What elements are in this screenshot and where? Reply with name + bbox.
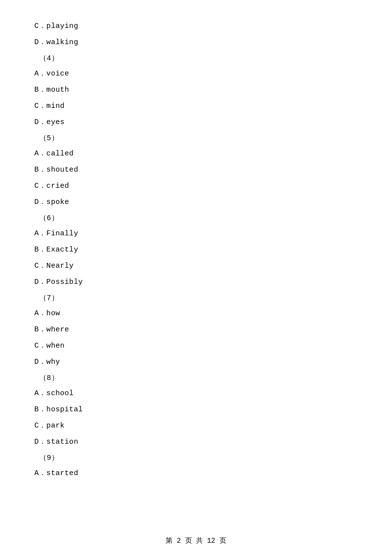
option-b-exactly: B．Exactly: [34, 243, 358, 256]
option-c-park: C．park: [34, 419, 358, 432]
option-b-hospital: B．hospital: [34, 403, 358, 416]
option-b-where: B．where: [34, 323, 358, 336]
question-4-number: （4）: [39, 52, 358, 65]
option-b-mouth: B．mouth: [34, 83, 358, 97]
page-number-text: 第 2 页 共 12 页: [166, 537, 226, 545]
option-a-started: A．started: [34, 467, 358, 480]
page-footer: 第 2 页 共 12 页: [0, 536, 392, 545]
option-a-school: A．school: [34, 387, 358, 400]
option-c-when: C．when: [34, 339, 358, 353]
option-c-nearly: C．Nearly: [34, 259, 358, 273]
question-5-number: （5）: [39, 132, 358, 145]
option-d-walking: D．walking: [34, 36, 358, 49]
option-d-eyes: D．eyes: [34, 116, 358, 129]
option-c-cried: C．cried: [34, 179, 358, 193]
option-d-possibly: D．Possibly: [34, 276, 358, 289]
main-content: C．playing D．walking （4） A．voice B．mouth …: [0, 0, 392, 512]
option-c-playing: C．playing: [34, 20, 358, 33]
option-d-station: D．station: [34, 435, 358, 449]
option-a-how: A．how: [34, 307, 358, 320]
option-a-voice: A．voice: [34, 67, 358, 80]
option-d-spoke: D．spoke: [34, 196, 358, 209]
option-a-finally: A．Finally: [34, 227, 358, 240]
option-c-mind: C．mind: [34, 100, 358, 113]
option-b-shouted: B．shouted: [34, 163, 358, 177]
question-8-number: （8）: [39, 372, 358, 385]
option-a-called: A．called: [34, 147, 358, 160]
option-d-why: D．why: [34, 355, 358, 369]
question-7-number: （7）: [39, 292, 358, 305]
question-6-number: （6）: [39, 212, 358, 225]
question-9-number: （9）: [39, 452, 358, 465]
